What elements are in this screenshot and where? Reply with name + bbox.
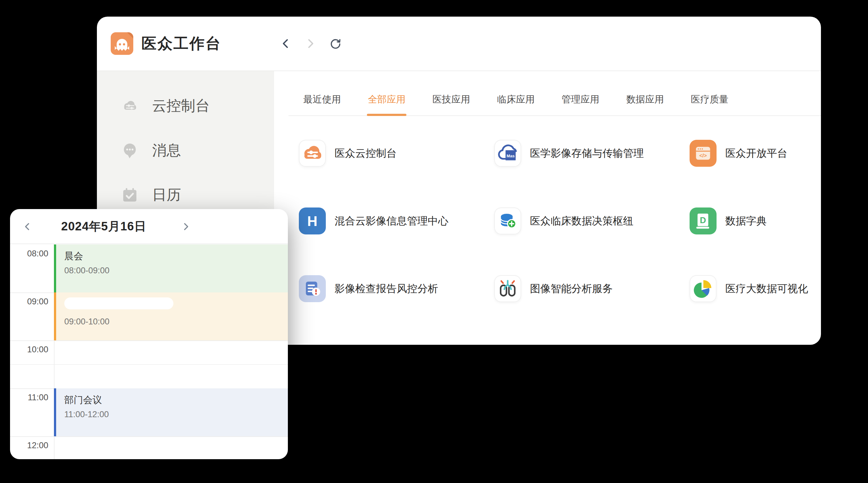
mas-cloud-icon: Mas (494, 140, 521, 167)
pie-chart-icon (689, 275, 717, 302)
svg-text:</>: </> (699, 153, 707, 159)
window-header: 医众工作台 (97, 17, 821, 71)
calendar-event-morning-meeting[interactable]: 晨会 08:00-09:00 (54, 245, 288, 292)
app-clinical-data-hub[interactable]: 医众临床数据决策枢纽 (494, 207, 689, 234)
message-icon (121, 141, 139, 160)
tab-all-apps[interactable]: 全部应用 (368, 93, 405, 115)
app-hybrid-cloud-imaging[interactable]: H 混合云影像信息管理中心 (299, 207, 494, 234)
calendar-date: 2024年5月16日 (41, 209, 166, 244)
app-name: 医众临床数据决策枢纽 (530, 214, 633, 228)
calendar-event-redacted[interactable]: 09:00-10:00 (54, 292, 288, 341)
app-name: 医疗大数据可视化 (725, 282, 808, 296)
time-label: 11:00 (10, 393, 48, 402)
calendar-next-day-button[interactable] (179, 220, 192, 233)
app-data-dictionary[interactable]: D 数据字典 (689, 207, 821, 234)
refresh-button[interactable] (328, 37, 342, 51)
tab-management-apps[interactable]: 管理应用 (562, 93, 599, 115)
back-button[interactable] (279, 37, 292, 51)
cloud-sliders-icon (299, 140, 326, 167)
tab-quality[interactable]: 医疗质量 (691, 93, 728, 115)
event-title: 晨会 (64, 250, 288, 262)
app-name: 医学影像存储与传输管理 (530, 147, 644, 160)
app-image-ai-analysis[interactable]: 图像智能分析服务 (494, 275, 689, 302)
time-label: 08:00 (10, 249, 48, 259)
tab-data-apps[interactable]: 数据应用 (626, 93, 664, 115)
sidebar-item-cloud-console[interactable]: 云控制台 (97, 84, 274, 128)
app-title: 医众工作台 (142, 34, 221, 54)
svg-text:D: D (700, 215, 706, 225)
redacted-event-title-pill (64, 297, 174, 309)
sidebar-item-messages[interactable]: 消息 (97, 128, 274, 173)
window-nav (279, 17, 342, 70)
chevron-left-icon (279, 37, 292, 51)
time-label: 12:00 (10, 441, 48, 450)
svg-text:Mas: Mas (506, 154, 515, 158)
calendar-event-department-meeting[interactable]: 部门会议 11:00-12:00 (54, 388, 288, 436)
calendar-header: 2024年5月16日 (10, 209, 288, 244)
app-content: 最近使用 全部应用 医技应用 临床应用 管理应用 数据应用 医疗质量 (274, 71, 821, 344)
half-hour-gridline (10, 364, 288, 365)
app-report-risk-analysis[interactable]: 影像检查报告风控分析 (299, 275, 494, 302)
chevron-right-icon (180, 221, 191, 232)
event-time: 11:00-12:00 (64, 410, 288, 419)
lungs-icon (494, 275, 521, 302)
dictionary-book-icon: D (689, 207, 717, 234)
code-window-icon: </> (689, 140, 717, 167)
app-grid: 医众云控制台 Mas 医学影像存储与传输管理 (299, 140, 821, 302)
refresh-icon (328, 37, 342, 51)
time-label: 10:00 (10, 345, 48, 354)
app-tabs: 最近使用 全部应用 医技应用 临床应用 管理应用 数据应用 医疗质量 (288, 71, 821, 116)
sidebar-item-label: 云控制台 (152, 96, 210, 116)
tab-recent[interactable]: 最近使用 (303, 93, 341, 115)
calendar-day-grid: 08:00 09:00 10:00 11:00 12:00 晨会 08:00-0… (10, 244, 288, 459)
cloud-console-icon (121, 97, 139, 115)
database-plus-icon (494, 207, 521, 234)
hour-gridline (10, 341, 288, 341)
app-logo-icon (111, 32, 133, 55)
tab-clinical-apps[interactable]: 临床应用 (497, 93, 535, 115)
app-cloud-console[interactable]: 医众云控制台 (299, 140, 494, 167)
event-title: 部门会议 (64, 394, 288, 406)
chevron-left-icon (22, 221, 33, 232)
calendar-icon (121, 186, 139, 204)
app-name: 医众开放平台 (725, 147, 787, 160)
app-bigdata-visualization[interactable]: 医疗大数据可视化 (689, 275, 821, 302)
app-name: 混合云影像信息管理中心 (335, 214, 448, 228)
letter-h-icon: H (299, 207, 326, 234)
app-name: 影像检查报告风控分析 (335, 282, 438, 296)
chevron-right-icon (304, 37, 317, 51)
sidebar-item-label: 日历 (152, 185, 181, 205)
app-name: 图像智能分析服务 (530, 282, 613, 296)
app-name: 数据字典 (725, 214, 767, 228)
app-name: 医众云控制台 (335, 147, 397, 160)
calendar-panel: 2024年5月16日 08:00 09:00 10:00 11:00 12:00… (10, 209, 288, 459)
app-open-platform[interactable]: </> 医众开放平台 (689, 140, 821, 167)
event-time: 08:00-09:00 (64, 266, 288, 276)
tab-medtech-apps[interactable]: 医技应用 (432, 93, 470, 115)
time-label: 09:00 (10, 297, 48, 307)
app-medical-image-pacs[interactable]: Mas 医学影像存储与传输管理 (494, 140, 689, 167)
screen: 医众工作台 (0, 0, 868, 483)
calendar-prev-day-button[interactable] (21, 220, 34, 233)
report-alert-icon (299, 275, 326, 302)
svg-text:H: H (307, 213, 317, 229)
hour-gridline (10, 436, 288, 437)
sidebar-item-label: 消息 (152, 141, 181, 160)
forward-button[interactable] (304, 37, 317, 51)
event-time: 09:00-10:00 (64, 317, 288, 327)
